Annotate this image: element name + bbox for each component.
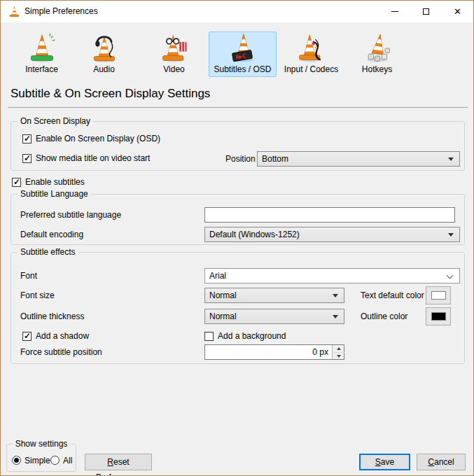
heading-divider bbox=[8, 107, 468, 108]
outline-thickness-label: Outline thickness bbox=[20, 309, 84, 324]
show-media-title-checkbox-row[interactable]: Show media title on video start bbox=[22, 153, 150, 164]
titlebar: Simple Preferences ✕ bbox=[1, 1, 473, 22]
outline-color-swatch bbox=[431, 312, 446, 321]
enable-osd-checkbox-row[interactable]: Enable On Screen Display (OSD) bbox=[22, 134, 160, 144]
spin-down-button[interactable] bbox=[333, 352, 344, 359]
tab-video[interactable]: Video bbox=[140, 31, 208, 77]
maximize-button[interactable] bbox=[410, 1, 442, 22]
tab-subtitles-osd[interactable]: A▶C Subtitles / OSD bbox=[209, 31, 277, 77]
tab-label: Audio bbox=[93, 64, 115, 75]
position-label: Position bbox=[225, 151, 256, 167]
dropdown-arrow-icon bbox=[448, 158, 454, 161]
text-default-color-label: Text default color bbox=[361, 288, 424, 303]
font-value: Arial bbox=[209, 271, 226, 281]
tab-input-codecs[interactable]: Input / Codecs bbox=[277, 31, 345, 77]
window-title: Simple Preferences bbox=[25, 1, 98, 22]
outline-thickness-value: Normal bbox=[209, 312, 237, 321]
vlc-cone-hotkeys-icon bbox=[362, 33, 393, 64]
close-button[interactable]: ✕ bbox=[442, 1, 473, 22]
add-background-checkbox-row[interactable]: Add a background bbox=[204, 331, 286, 342]
text-color-swatch bbox=[431, 291, 446, 300]
simple-radio[interactable] bbox=[12, 456, 21, 465]
font-size-label: Font size bbox=[20, 288, 55, 303]
reset-preferences-button[interactable]: Reset Preferences bbox=[85, 454, 152, 470]
force-subtitle-position-value: 0 px bbox=[312, 345, 328, 359]
preferred-language-input[interactable] bbox=[204, 207, 455, 223]
enable-osd-label: Enable On Screen Display (OSD) bbox=[36, 134, 160, 144]
add-shadow-label: Add a shadow bbox=[36, 331, 89, 342]
vlc-logo-icon bbox=[8, 6, 20, 18]
save-button[interactable]: Save bbox=[359, 454, 410, 470]
dropdown-arrow-icon bbox=[333, 294, 338, 298]
subtitle-effects-group-title: Subtitle effects bbox=[18, 247, 78, 258]
tab-interface[interactable]: Interface bbox=[8, 31, 76, 77]
default-encoding-label: Default encoding bbox=[20, 227, 83, 242]
simple-radio-label: Simple bbox=[25, 456, 50, 465]
vlc-cone-input-icon bbox=[296, 33, 327, 64]
tab-label: Subtitles / OSD bbox=[214, 64, 271, 75]
osd-group: On Screen Display Enable On Screen Displ… bbox=[11, 121, 465, 171]
tab-label: Interface bbox=[25, 64, 58, 75]
simple-preferences-window: Simple Preferences ✕ Interface bbox=[0, 0, 474, 476]
force-subtitle-position-label: Force subtitle position bbox=[20, 344, 102, 360]
position-value: Bottom bbox=[262, 154, 288, 164]
enable-subtitles-checkbox[interactable] bbox=[12, 178, 21, 187]
tab-label: Video bbox=[163, 64, 184, 75]
subtitle-language-group-title: Subtitle Language bbox=[18, 189, 91, 200]
show-media-title-label: Show media title on video start bbox=[36, 153, 150, 164]
dropdown-arrow-icon bbox=[333, 315, 338, 318]
vlc-cone-interface-icon bbox=[27, 33, 57, 64]
dropdown-arrow-icon bbox=[448, 233, 454, 237]
show-settings-group: Show settings Simple All bbox=[6, 444, 76, 472]
show-settings-all-radio-row[interactable]: All bbox=[50, 455, 72, 465]
outline-color-button[interactable] bbox=[426, 307, 451, 326]
add-background-label: Add a background bbox=[218, 331, 286, 342]
outline-color-label: Outline color bbox=[361, 309, 407, 324]
show-media-title-checkbox[interactable] bbox=[22, 154, 32, 163]
subtitle-language-group: Subtitle Language Preferred subtitle lan… bbox=[11, 194, 465, 245]
tab-label: Hotkeys bbox=[362, 64, 392, 75]
enable-osd-checkbox[interactable] bbox=[22, 134, 32, 144]
vlc-cone-video-icon bbox=[159, 33, 190, 64]
minimize-button[interactable] bbox=[379, 1, 410, 22]
force-subtitle-position-spinbox[interactable]: 0 px bbox=[204, 344, 344, 360]
preferred-language-label: Preferred subtitle language bbox=[20, 207, 121, 223]
enable-subtitles-checkbox-row[interactable]: Enable subtitles bbox=[12, 177, 85, 188]
chevron-down-icon bbox=[447, 272, 454, 279]
default-encoding-dropdown[interactable]: Default (Windows-1252) bbox=[204, 227, 460, 242]
position-dropdown[interactable]: Bottom bbox=[257, 151, 460, 167]
tab-hotkeys[interactable]: Hotkeys bbox=[343, 31, 411, 77]
add-shadow-checkbox[interactable] bbox=[22, 332, 32, 341]
spin-up-icon bbox=[337, 347, 341, 350]
outline-thickness-dropdown[interactable]: Normal bbox=[204, 309, 344, 324]
spinner-buttons bbox=[332, 345, 344, 359]
vlc-cone-subtitles-icon: A▶C bbox=[228, 33, 258, 64]
show-settings-title: Show settings bbox=[13, 439, 71, 449]
osd-group-title: On Screen Display bbox=[18, 116, 93, 127]
vlc-cone-audio-icon bbox=[89, 33, 120, 64]
font-size-dropdown[interactable]: Normal bbox=[204, 288, 344, 303]
cancel-button[interactable]: Cancel bbox=[417, 454, 466, 470]
maximize-icon bbox=[423, 8, 429, 15]
tab-label: Input / Codecs bbox=[284, 64, 338, 75]
minimize-icon bbox=[391, 11, 398, 12]
text-default-color-button[interactable] bbox=[426, 286, 451, 304]
enable-subtitles-label: Enable subtitles bbox=[25, 177, 85, 188]
tab-audio[interactable]: Audio bbox=[70, 31, 138, 77]
subtitle-effects-group: Subtitle effects Font Arial Font size No… bbox=[11, 252, 465, 364]
spin-down-icon bbox=[337, 355, 341, 358]
close-icon: ✕ bbox=[454, 7, 461, 16]
all-radio-label: All bbox=[63, 456, 72, 465]
show-settings-simple-radio-row[interactable]: Simple bbox=[12, 455, 50, 465]
page-title: Subtitle & On Screen Display Settings bbox=[11, 87, 210, 101]
add-shadow-checkbox-row[interactable]: Add a shadow bbox=[22, 331, 89, 342]
font-label: Font bbox=[20, 268, 37, 284]
font-combobox[interactable]: Arial bbox=[204, 268, 460, 284]
font-size-value: Normal bbox=[209, 290, 237, 300]
add-background-checkbox[interactable] bbox=[204, 332, 214, 341]
all-radio[interactable] bbox=[50, 456, 60, 465]
spin-up-button[interactable] bbox=[333, 345, 344, 352]
default-encoding-value: Default (Windows-1252) bbox=[209, 230, 300, 239]
